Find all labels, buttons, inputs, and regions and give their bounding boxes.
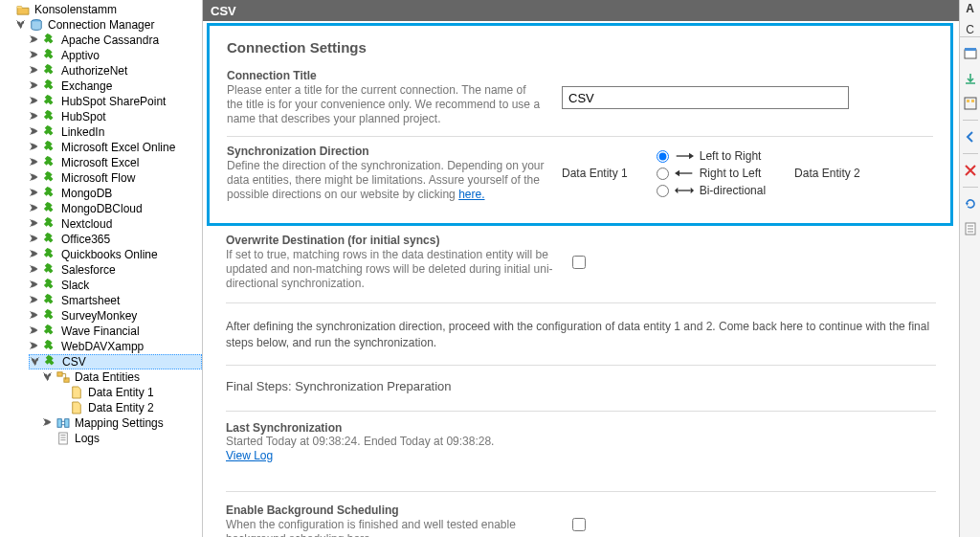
connector-icon	[42, 324, 57, 339]
connector-icon	[42, 63, 57, 78]
last-sync-desc: Started Today at 09:38:24. Ended Today a…	[226, 435, 936, 449]
action-back-icon[interactable]	[962, 128, 979, 145]
svg-rect-4	[65, 419, 69, 428]
svg-marker-9	[675, 170, 679, 177]
expander-icon[interactable]: ⮞	[29, 48, 40, 63]
connector-icon	[42, 293, 57, 308]
connector-label: Apptivo	[61, 48, 100, 63]
connector-icon	[42, 48, 57, 63]
settings-scroll[interactable]: Overwrite Destination (for initial syncs…	[203, 228, 959, 537]
radio-rtl[interactable]	[657, 168, 669, 180]
svg-rect-13	[965, 50, 976, 58]
tree-logs[interactable]: ▶ Logs	[42, 431, 202, 446]
tree-data-entity-2[interactable]: ▶ Data Entity 2	[56, 400, 202, 415]
tree-connector-item[interactable]: ⮞Exchange	[29, 78, 202, 94]
expander-icon[interactable]: ⮞	[42, 415, 54, 431]
action-refresh-icon[interactable]	[962, 195, 979, 213]
connector-icon	[42, 155, 57, 170]
tree-connector-item[interactable]: ⮞HubSpot SharePoint	[29, 94, 202, 109]
connector-icon	[42, 232, 57, 247]
arrow-right-icon	[675, 150, 694, 162]
expander-icon[interactable]: ⮞	[29, 124, 40, 140]
tree-connector-item[interactable]: ⮞Microsoft Flow	[29, 170, 202, 186]
tree-connector-item[interactable]: ⮞Slack	[29, 278, 202, 293]
expander-icon[interactable]: ⮞	[29, 94, 40, 109]
action-icon-3[interactable]	[962, 95, 979, 112]
expander-icon[interactable]: ⮞	[29, 33, 40, 48]
tree-connector-item[interactable]: ⮞Salesforce	[29, 262, 202, 278]
tree-connector-item[interactable]: ⮞Quickbooks Online	[29, 247, 202, 262]
view-log-link[interactable]: View Log	[226, 449, 273, 462]
tree-connector-item[interactable]: ⮞Nextcloud	[29, 216, 202, 232]
tree-connector-item[interactable]: ⮞MongoDB	[29, 186, 202, 201]
expander-icon[interactable]: ⮞	[29, 186, 40, 201]
expander-icon[interactable]: ⮞	[29, 278, 40, 293]
navigation-tree[interactable]: ▶ Konsolenstamm ⮟ Connection Manager	[0, 0, 203, 537]
expander-icon[interactable]: ⮞	[29, 155, 40, 170]
entity1-label: Data Entity 1	[562, 167, 628, 180]
expander-icon[interactable]: ⮞	[29, 339, 40, 354]
tree-connector-item[interactable]: ⮞WebDAVXampp	[29, 339, 202, 354]
connector-label: Wave Financial	[61, 324, 140, 339]
tree-root-label: Konsolenstamm	[34, 2, 117, 17]
direction-ltr[interactable]: Left to Right	[657, 149, 766, 163]
tree-connector-item[interactable]: ⮞Office365	[29, 232, 202, 247]
radio-ltr[interactable]	[657, 150, 669, 163]
action-export-icon[interactable]	[962, 70, 979, 87]
tree-connection-manager[interactable]: ⮟ Connection Manager	[15, 17, 202, 33]
expander-icon[interactable]: ⮞	[29, 308, 40, 324]
actions-sub: C	[960, 23, 980, 37]
expander-icon[interactable]: ⮞	[29, 216, 40, 232]
tree-mapping-settings[interactable]: ⮞ Mapping Settings	[42, 415, 202, 431]
tree-connector-item[interactable]: ⮞MongoDBCloud	[29, 201, 202, 216]
action-icon-1[interactable]	[962, 45, 979, 62]
sync-direction-here-link[interactable]: here.	[458, 188, 484, 201]
tree-connector-item[interactable]: ⮞HubSpot	[29, 109, 202, 124]
overwrite-checkbox[interactable]	[572, 256, 586, 269]
action-delete-icon[interactable]	[962, 162, 979, 179]
direction-rtl[interactable]: Right to Left	[657, 167, 766, 180]
expander-icon[interactable]: ⮞	[29, 201, 40, 216]
expander-icon[interactable]: ⮞	[29, 247, 40, 262]
expander-icon[interactable]: ⮞	[29, 324, 40, 339]
connector-icon	[42, 247, 57, 262]
tree-connector-item[interactable]: ⮞SurveyMonkey	[29, 308, 202, 324]
direction-bi[interactable]: Bi-directional	[657, 184, 766, 197]
expander-icon[interactable]: ⮞	[29, 63, 40, 78]
expander-icon[interactable]: ⮟	[15, 17, 27, 33]
connection-title-input[interactable]	[562, 86, 849, 109]
connection-title-desc: Please enter a title for the current con…	[227, 83, 545, 126]
expander-icon[interactable]: ⮞	[29, 262, 40, 278]
after-direction-info: After defining the synchronization direc…	[226, 313, 936, 366]
expander-icon[interactable]: ⮞	[29, 232, 40, 247]
tree-data-entities[interactable]: ⮟ Data Entities	[42, 369, 202, 385]
tree-root[interactable]: ▶ Konsolenstamm	[2, 2, 202, 17]
tree-connector-item[interactable]: ⮞Apptivo	[29, 48, 202, 63]
tree-connector-item[interactable]: ⮞AuthorizeNet	[29, 63, 202, 78]
action-props-icon[interactable]	[962, 220, 979, 237]
tree-data-entity-1[interactable]: ▶ Data Entity 1	[56, 385, 202, 400]
logs-icon	[56, 431, 71, 446]
tree-item-csv[interactable]: ⮟ CSV	[29, 354, 202, 369]
tree-connector-item[interactable]: ⮞Wave Financial	[29, 324, 202, 339]
expander-icon[interactable]: ⮟	[42, 369, 54, 385]
tree-connector-item[interactable]: ⮞Apache Cassandra	[29, 33, 202, 48]
expander-icon[interactable]: ⮞	[29, 170, 40, 186]
actions-header: A	[966, 2, 974, 15]
expander-icon[interactable]: ⮟	[30, 354, 41, 369]
sync-direction-label: Synchronization Direction	[227, 145, 545, 158]
tree-connector-item[interactable]: ⮞Microsoft Excel Online	[29, 140, 202, 155]
expander-icon[interactable]: ⮞	[29, 78, 40, 94]
radio-bi[interactable]	[657, 185, 669, 197]
tree-connector-item[interactable]: ⮞Smartsheet	[29, 293, 202, 308]
folder-icon	[15, 2, 31, 17]
expander-icon[interactable]: ⮞	[29, 293, 40, 308]
svg-rect-14	[965, 48, 976, 51]
bg-sched-label: Enable Background Scheduling	[226, 503, 555, 517]
expander-icon[interactable]: ⮞	[29, 140, 40, 155]
expander-icon[interactable]: ⮞	[29, 109, 40, 124]
bg-sched-checkbox[interactable]	[572, 518, 586, 531]
tree-connector-item[interactable]: ⮞LinkedIn	[29, 124, 202, 140]
connector-label: Salesforce	[61, 262, 116, 278]
tree-connector-item[interactable]: ⮞Microsoft Excel	[29, 155, 202, 170]
